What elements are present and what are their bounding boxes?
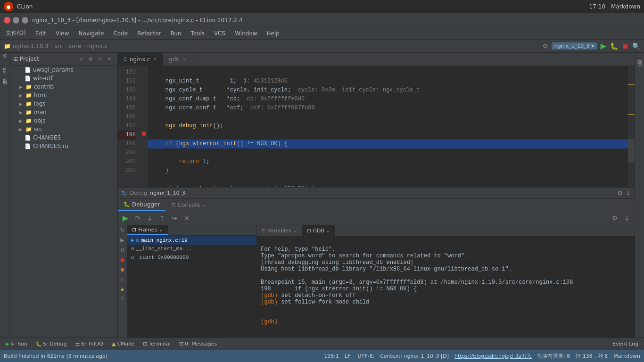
- maximize-button[interactable]: [22, 17, 28, 24]
- tab-nginx-c[interactable]: C nginx.c ✕: [118, 53, 163, 66]
- tree-item-uwsgi[interactable]: 📄 uwsgi_params: [9, 66, 117, 74]
- gdb-console[interactable]: For help, type "help". Type "apropos wor…: [257, 237, 635, 337]
- todo-sidebar-icon[interactable]: ss: [2, 78, 7, 83]
- tree-item-logs[interactable]: ▶ 📁 logs: [9, 99, 117, 108]
- tab-close-icon[interactable]: ✕: [153, 57, 157, 62]
- tab-gdb[interactable]: gdb ✕: [163, 53, 192, 66]
- debug-settings-right[interactable]: ⚙: [609, 213, 620, 223]
- messages-label: 0: Messages: [185, 341, 217, 347]
- tree-item-contrib[interactable]: ▶ 📁 contrib: [9, 82, 117, 91]
- search-icon[interactable]: 🔍: [632, 42, 640, 50]
- debug-x-icon[interactable]: ✕: [120, 277, 124, 283]
- status-lang[interactable]: Markdown: [613, 353, 640, 359]
- status-context: Context: nginx_1_10_3 [D]: [380, 353, 449, 359]
- debug-btn[interactable]: 🐛 5: Debug: [32, 340, 70, 347]
- cmake-btn[interactable]: ▲ CMake: [108, 340, 138, 347]
- tab-variables[interactable]: ⊡ Variables ⌄: [257, 225, 302, 236]
- debug-step-into-btn[interactable]: ↓: [144, 213, 156, 223]
- todo-icon: ☰: [75, 341, 80, 347]
- debug-close-icon[interactable]: ↓: [626, 189, 631, 197]
- debug-red-dot[interactable]: ●: [120, 257, 125, 263]
- tree-item-src[interactable]: ▶ 📁 src: [9, 125, 117, 133]
- save-button[interactable]: Markdown: [611, 3, 640, 10]
- debug-play-icon[interactable]: ▶: [120, 237, 124, 243]
- menu-window[interactable]: Window: [231, 29, 261, 38]
- tab-frames[interactable]: ⊡ Frames ⌄: [127, 225, 168, 235]
- debug-section: ↻ Debug nginx_1_10_3 ⚙ ↓ 🐛 Debugger ⊡ Co…: [118, 187, 635, 337]
- debug-question-icon[interactable]: ?: [121, 296, 124, 303]
- tab-console[interactable]: ⊡ Console ⌄: [165, 199, 211, 211]
- status-encoding[interactable]: UTF-8:: [357, 353, 374, 359]
- debug-run-cursor-btn[interactable]: ↪: [169, 213, 180, 223]
- tab-gdb[interactable]: ⊡ GDB ⌄: [302, 225, 335, 236]
- menu-run[interactable]: Run: [166, 29, 185, 38]
- menu-code[interactable]: Code: [109, 29, 132, 38]
- debug-resume-btn[interactable]: ▶: [120, 213, 131, 223]
- ubuntu-logo[interactable]: ●: [4, 2, 13, 11]
- debug-record-icon[interactable]: ⏺: [120, 267, 125, 273]
- debug-icon[interactable]: 🐛: [610, 42, 618, 50]
- project-tool-add[interactable]: +: [77, 55, 85, 63]
- debug-evaluate-btn[interactable]: ✕: [181, 213, 192, 223]
- debug-refresh-icon[interactable]: ↻: [122, 189, 127, 197]
- frames-dropdown[interactable]: ⌄: [159, 227, 163, 232]
- debug-step-out-btn[interactable]: ↑: [157, 213, 168, 223]
- file-icon: 📄: [25, 75, 31, 82]
- run-config-selector[interactable]: nginx_1_10_3 ▾: [552, 42, 597, 49]
- frame-item-start[interactable]: ⊟ _start 0x00000000: [127, 253, 256, 262]
- frame-item-libc[interactable]: ⊟ __libc_start_ma...: [127, 245, 256, 253]
- tab-debugger[interactable]: 🐛 Debugger: [118, 199, 165, 211]
- close-button[interactable]: [4, 17, 10, 24]
- debug-pause-icon[interactable]: ⏸: [120, 247, 125, 253]
- scroll-thumb[interactable]: [628, 139, 635, 163]
- menu-tools[interactable]: Tools: [187, 29, 208, 38]
- breadcrumb-src[interactable]: src: [55, 43, 63, 49]
- run-btn[interactable]: ▶ 4: Run: [2, 340, 31, 347]
- project-label: ⊞ Project: [13, 56, 39, 62]
- tree-item-changes-ru[interactable]: 📄 CHANGES.ru: [9, 142, 117, 150]
- window-controls[interactable]: [4, 17, 28, 24]
- code-content[interactable]: ngx_uint_t 1; 1: 4131212846 ngx_cycle_t …: [148, 66, 628, 187]
- project-tool-settings[interactable]: ⚙: [86, 55, 95, 63]
- line-num: 196: [118, 113, 136, 122]
- event-log-btn[interactable]: Event Log: [609, 340, 642, 347]
- status-position[interactable]: 198:1: [324, 353, 339, 359]
- stop-icon[interactable]: ⏹: [622, 42, 628, 50]
- debug-star-icon[interactable]: ★: [120, 287, 125, 293]
- tree-item-html[interactable]: ▶ 📁 html: [9, 91, 117, 99]
- debug-step-icon[interactable]: ↻: [120, 227, 124, 233]
- structure-sidebar-icon[interactable]: ss: [2, 68, 7, 73]
- menu-refactor[interactable]: Refactor: [133, 29, 165, 38]
- tree-item-changes[interactable]: 📄 CHANGES: [9, 133, 117, 142]
- menu-help[interactable]: Help: [263, 29, 283, 38]
- tree-item-man[interactable]: ▶ 📁 man: [9, 108, 117, 116]
- tree-item-objs[interactable]: ▶ 📁 objs: [9, 116, 117, 125]
- tab-console-dropdown[interactable]: ⌄: [202, 202, 206, 207]
- status-tab-width[interactable]: 制表符宽度: 8: [537, 353, 570, 360]
- run-icon[interactable]: ▶: [601, 41, 606, 50]
- tab-close-icon[interactable]: ✕: [182, 57, 186, 62]
- tree-item-winutf[interactable]: 📄 win-utf: [9, 74, 117, 82]
- terminal-btn[interactable]: ⊡ Terminal: [139, 340, 174, 347]
- menu-edit[interactable]: Edit: [32, 29, 50, 38]
- menu-file[interactable]: 文件(O): [2, 28, 30, 38]
- vars-dropdown[interactable]: ⌄: [293, 228, 297, 233]
- status-lf[interactable]: LF:: [345, 353, 352, 359]
- debug-minimize[interactable]: ↓: [621, 213, 633, 223]
- breadcrumb-core[interactable]: core: [69, 43, 81, 49]
- menu-vcs[interactable]: VCS: [210, 29, 229, 38]
- menu-navigate[interactable]: Navigate: [75, 29, 108, 38]
- menu-view[interactable]: View: [52, 29, 73, 38]
- frame-item-main[interactable]: ▶ ⊟ main nginx.c:19: [127, 236, 256, 245]
- breadcrumb-file[interactable]: nginx.c: [87, 43, 108, 49]
- project-tool-close[interactable]: ✕: [105, 55, 114, 63]
- status-url[interactable]: https://blogcsdri.hgiqd_3z7/入: [454, 353, 532, 360]
- breadcrumb-nginx[interactable]: nginx-1.10.3: [13, 43, 49, 49]
- debug-settings-icon[interactable]: ⚙: [617, 189, 623, 197]
- project-tool-collapse[interactable]: ≡: [96, 55, 104, 63]
- debug-step-over-btn[interactable]: ↷: [132, 213, 143, 223]
- messages-btn[interactable]: ⊡ 0: Messages: [175, 340, 221, 347]
- todo-btn[interactable]: ☰ 6: TODO: [71, 340, 107, 347]
- gdb-dropdown[interactable]: ⌄: [326, 228, 330, 233]
- minimize-button[interactable]: [13, 17, 19, 24]
